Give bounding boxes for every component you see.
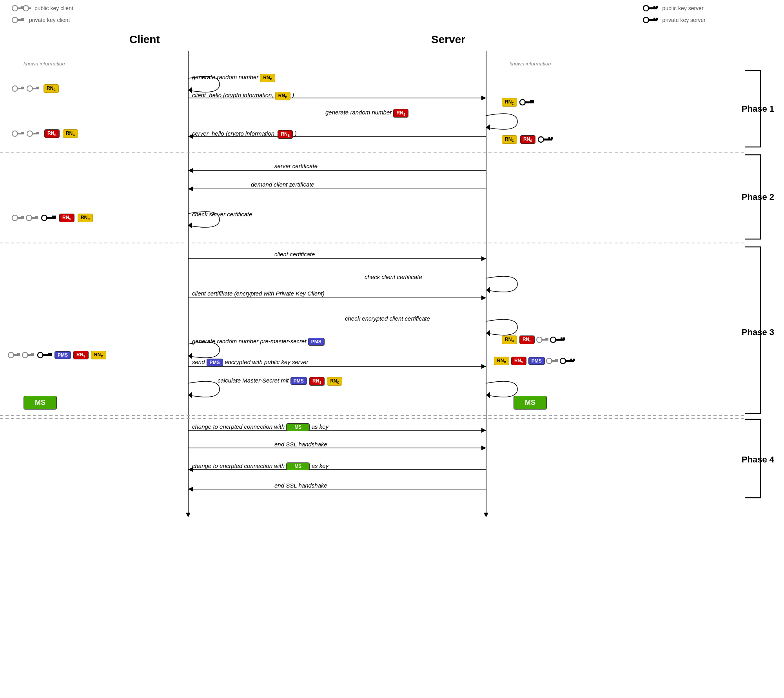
rns-server-state-3: RNs [511, 357, 526, 365]
svg-rect-39 [21, 216, 22, 218]
pms-badge-m13: PMS [207, 359, 223, 366]
rnc-badge-m1: RNc [260, 74, 275, 82]
m7-label: check server certificate [192, 211, 252, 218]
pms-server-state-1: PMS [528, 357, 545, 365]
rns-state-2: RNs [59, 214, 74, 222]
phase1-label: Phase 1 [742, 104, 774, 114]
m14-client-arrow-head [188, 392, 192, 398]
svg-point-40 [26, 215, 32, 221]
server-keys-phase3-1-icon [536, 335, 566, 344]
server-timeline-arrow [484, 513, 488, 517]
svg-point-28 [12, 131, 18, 136]
client-keys-phase1-icon [12, 84, 41, 93]
m2-label: client_hello (crypto information, RNc ) [192, 92, 294, 100]
ms-badge-m15: MS [286, 423, 310, 431]
svg-rect-67 [548, 137, 550, 140]
m12-arrow-head [188, 353, 192, 359]
pms-state-1: PMS [54, 351, 71, 359]
server-keys-phase1-icon [519, 98, 536, 107]
main-diagram-svg [0, 0, 784, 698]
svg-rect-83 [570, 359, 572, 361]
rns-state-3: RNs [73, 351, 89, 359]
m10-label: client certifikate (encrypted with Priva… [192, 290, 325, 297]
svg-rect-27 [36, 87, 37, 89]
svg-rect-78 [557, 359, 558, 361]
rnc-server-state-3: RNc [502, 335, 517, 344]
m14-client-self-arrow [188, 381, 220, 397]
svg-point-24 [27, 86, 33, 91]
client-keys-phase3-icon [8, 351, 53, 359]
m6-arrow-head [188, 187, 193, 191]
svg-rect-51 [17, 353, 18, 355]
m13-label: send PMS encrypted with public key serve… [192, 359, 309, 366]
rns-badge-m4: RNs [278, 130, 293, 139]
state-server-phase1-start: RNc [502, 98, 536, 107]
client-keys-phase1-end-icon [12, 129, 41, 138]
m15-arrow-head [481, 428, 486, 433]
rns-badge-m14: RNs [309, 377, 325, 386]
m11-arrow-head [486, 330, 490, 336]
svg-point-76 [546, 358, 552, 364]
rnc-state-1: RNc [44, 84, 59, 93]
rnc-server-state-4: RNc [494, 357, 509, 365]
m11-label: check encrypted client certificate [345, 315, 430, 322]
svg-point-32 [27, 131, 33, 136]
m3-arrow-head [486, 124, 490, 131]
svg-rect-23 [21, 87, 22, 89]
svg-rect-30 [22, 132, 24, 134]
svg-rect-75 [561, 337, 563, 340]
svg-point-36 [12, 215, 18, 221]
svg-point-52 [22, 352, 28, 358]
state-client-phase2: RNs RNc [12, 214, 93, 222]
phase3-label: Phase 3 [742, 327, 774, 337]
m17-label: change to encrpted connection with MS as… [192, 462, 328, 470]
m14-server-arrow-head [486, 392, 490, 398]
m4-label: server_hello (crypto information, RNs ) [192, 130, 297, 139]
m15-label: change to encrpted connection with MS as… [192, 423, 328, 431]
m13-arrow-head [481, 364, 486, 369]
pms-badge-m12: PMS [308, 338, 325, 346]
rnc-badge-m14: RNc [327, 377, 342, 386]
m12-label: generate random number pre-master-secret… [192, 338, 325, 346]
svg-point-48 [8, 352, 14, 358]
pms-badge-m14: PMS [290, 377, 307, 385]
svg-rect-38 [22, 216, 24, 218]
ms-server: MS [514, 396, 547, 410]
rnc-badge-m2: RNc [275, 92, 290, 100]
svg-rect-42 [36, 216, 38, 218]
svg-point-56 [38, 352, 43, 358]
rns-badge-m3: RNs [393, 109, 408, 118]
client-keys-phase2-icon [12, 214, 57, 222]
rnc-server-state-1: RNc [502, 98, 517, 107]
phase2-label: Phase 2 [742, 192, 774, 202]
ms-badge-client: MS [24, 396, 57, 410]
m2-arrow-head [481, 96, 486, 100]
state-server-phase3-2: RNc RNs PMS [494, 357, 576, 365]
svg-rect-62 [532, 100, 534, 102]
m9-arrow-head [486, 287, 490, 293]
state-server-phase3-1: RNc RNs [502, 335, 566, 344]
m11-self-arrow [486, 319, 517, 335]
svg-rect-54 [33, 353, 34, 355]
phase4-label: Phase 4 [742, 455, 774, 465]
svg-rect-82 [573, 359, 575, 361]
svg-point-80 [560, 358, 566, 364]
ms-client: MS [24, 396, 57, 410]
svg-point-60 [520, 100, 525, 105]
svg-rect-74 [563, 337, 565, 340]
svg-point-72 [550, 337, 556, 343]
svg-rect-47 [52, 216, 54, 218]
m14-label: calculate Master-Secret mit PMS RNs RNc [218, 377, 342, 386]
m6-label: demand client zertificate [251, 181, 314, 188]
m3-self-arrow [486, 114, 517, 129]
rns-server-state-1: RNs [520, 135, 535, 144]
m18-label: end SSL handshake [274, 482, 327, 489]
state-server-phase1-end: RNc RNs [502, 135, 554, 144]
svg-rect-55 [31, 353, 33, 355]
m18-arrow-head [188, 487, 193, 491]
m5-label: server certificate [274, 163, 318, 170]
ms-badge-m17: MS [286, 462, 310, 470]
svg-rect-22 [22, 87, 24, 89]
m16-label: end SSL handshake [274, 441, 327, 448]
rnc-server-state-2: RNc [502, 135, 517, 144]
